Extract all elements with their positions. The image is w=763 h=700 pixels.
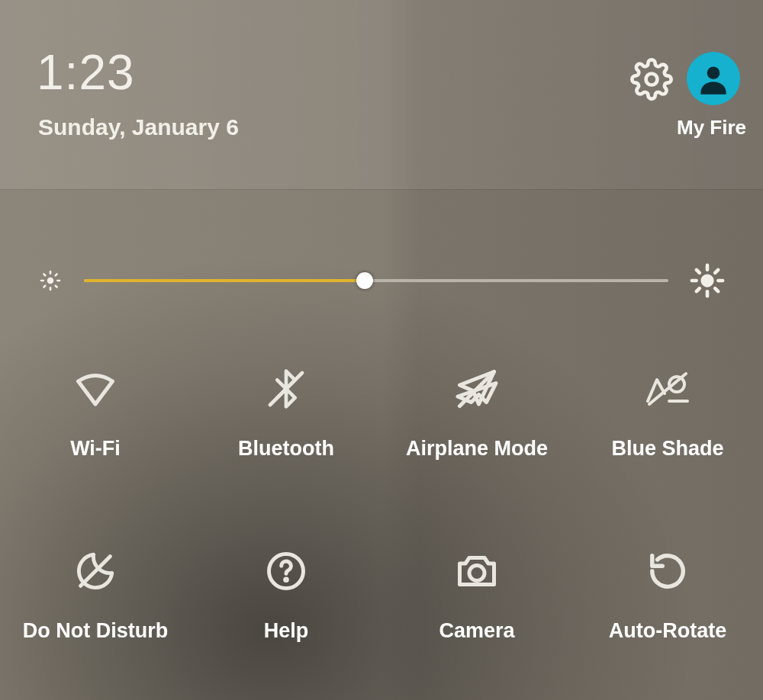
rotate-icon (643, 547, 692, 596)
tile-label: Wi-Fi (70, 436, 121, 462)
svg-line-16 (697, 270, 700, 273)
clock-date: Sunday, January 6 (38, 114, 239, 140)
quick-settings-panel: 1:23 Sunday, January 6 My Fire (0, 0, 763, 700)
user-profile-button[interactable] (687, 52, 740, 105)
user-profile-label: My Fire (677, 116, 746, 140)
tile-auto-rotate[interactable]: Auto-Rotate (572, 518, 763, 700)
person-icon (694, 59, 732, 98)
tile-label: Help (264, 618, 309, 644)
gear-icon (630, 58, 673, 101)
settings-button[interactable] (630, 58, 673, 101)
tile-label: Blue Shade (611, 436, 723, 462)
status-header: 1:23 Sunday, January 6 My Fire (0, 0, 763, 190)
tile-label: Do Not Disturb (23, 618, 168, 644)
tile-help[interactable]: Help (191, 518, 382, 700)
svg-line-17 (715, 288, 718, 291)
tile-label: Airplane Mode (406, 436, 548, 462)
brightness-track[interactable] (84, 279, 668, 282)
camera-icon (452, 547, 501, 596)
tile-bluetooth[interactable]: Bluetooth (191, 336, 382, 518)
quick-tiles-grid: Wi-Fi Bluetooth Airplane Mode (0, 336, 763, 700)
svg-point-11 (700, 274, 713, 287)
svg-point-0 (646, 74, 658, 85)
svg-point-1 (707, 66, 720, 79)
tile-label: Auto-Rotate (609, 618, 726, 644)
airplane-off-icon (452, 364, 501, 413)
brightness-slider[interactable] (38, 258, 725, 303)
tile-wifi[interactable]: Wi-Fi (0, 336, 191, 518)
tile-camera[interactable]: Camera (382, 518, 572, 700)
tile-do-not-disturb[interactable]: Do Not Disturb (0, 518, 191, 700)
svg-point-26 (285, 579, 288, 581)
brightness-low-icon (38, 268, 63, 293)
svg-line-8 (56, 286, 57, 287)
blue-shade-off-icon (643, 364, 692, 413)
brightness-thumb[interactable] (356, 272, 373, 289)
svg-point-27 (469, 566, 485, 581)
brightness-fill (84, 279, 365, 282)
svg-line-10 (56, 274, 57, 275)
svg-line-18 (697, 288, 700, 291)
svg-line-9 (43, 286, 45, 287)
svg-line-7 (43, 274, 45, 275)
tile-label: Bluetooth (238, 436, 334, 462)
tile-label: Camera (439, 618, 514, 644)
tile-airplane-mode[interactable]: Airplane Mode (382, 336, 572, 518)
svg-point-2 (47, 278, 54, 284)
wifi-icon (71, 364, 120, 413)
tile-blue-shade[interactable]: Blue Shade (572, 336, 763, 518)
svg-line-19 (715, 270, 718, 273)
brightness-high-icon (690, 263, 725, 298)
bluetooth-off-icon (262, 364, 311, 413)
help-icon (262, 547, 311, 596)
dnd-off-icon (71, 547, 120, 596)
clock-time: 1:23 (37, 44, 135, 101)
